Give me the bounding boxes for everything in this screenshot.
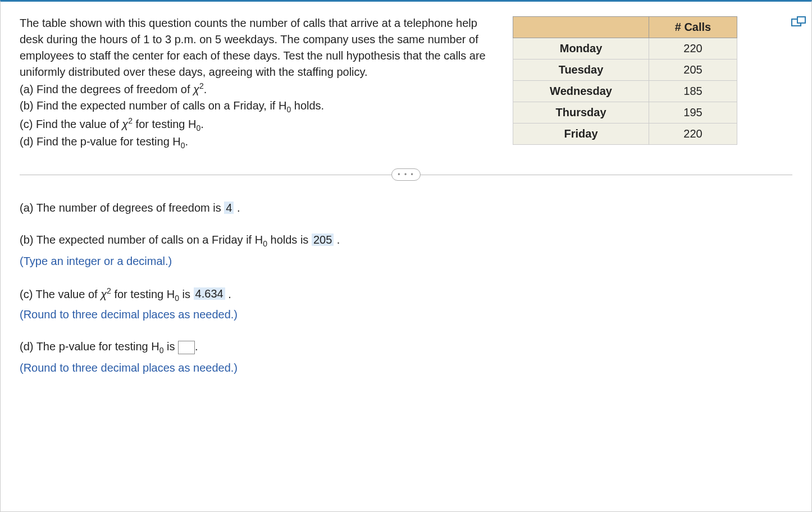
squared-superscript: 2 xyxy=(199,81,204,90)
answer-b-post: . xyxy=(334,234,340,246)
answer-d-pre: (d) The p-value for testing H xyxy=(20,340,159,353)
part-c-post: . xyxy=(200,118,204,130)
table-row: Friday 220 xyxy=(513,124,737,145)
popout-icon[interactable] xyxy=(791,19,801,26)
question-part-a: (a) Find the degrees of freedom of χ2. xyxy=(20,80,503,98)
question-part-c: (c) Find the value of χ2 for testing H0. xyxy=(20,115,503,134)
answer-a: (a) The number of degrees of freedom is … xyxy=(20,200,792,216)
answer-b-value[interactable]: 205 xyxy=(312,234,334,246)
calls-cell: 220 xyxy=(649,124,737,145)
calls-cell: 195 xyxy=(649,102,737,124)
answer-a-pre: (a) The number of degrees of freedom is xyxy=(20,202,224,214)
part-a-text: (a) Find the degrees of freedom of xyxy=(20,83,193,95)
day-cell: Monday xyxy=(513,38,649,60)
subscript-zero: 0 xyxy=(181,141,185,150)
squared-superscript: 2 xyxy=(107,286,111,295)
answer-c-post: . xyxy=(225,287,231,300)
calls-cell: 185 xyxy=(649,81,737,102)
calls-table: # Calls Monday 220 Tuesday 205 Wednesday… xyxy=(513,16,737,145)
answer-d: (d) The p-value for testing H0 is . (Rou… xyxy=(20,339,792,376)
chi-symbol: χ xyxy=(193,83,199,95)
day-cell: Tuesday xyxy=(513,60,649,81)
question-intro: The table shown with this question count… xyxy=(20,15,503,80)
calls-cell: 205 xyxy=(649,60,737,81)
part-a-tail: . xyxy=(204,83,207,95)
question-part-b: (b) Find the expected number of calls on… xyxy=(20,98,503,115)
table-row: Tuesday 205 xyxy=(513,60,737,81)
calls-cell: 220 xyxy=(649,38,737,60)
part-c-pre: (c) Find the value of xyxy=(20,118,122,130)
table-row: Monday 220 xyxy=(513,38,737,60)
answer-a-post: . xyxy=(234,202,240,214)
answer-d-post: . xyxy=(195,340,198,353)
answer-c-mid: for testing H xyxy=(111,287,175,300)
subscript-zero: 0 xyxy=(175,293,179,302)
part-d-pre: (d) Find the p-value for testing H xyxy=(20,135,181,148)
day-cell: Friday xyxy=(513,124,649,145)
table-row: Wednesday 185 xyxy=(513,81,737,102)
question-part-d: (d) Find the p-value for testing H0. xyxy=(20,134,503,151)
squared-superscript: 2 xyxy=(128,116,133,125)
part-d-post: . xyxy=(185,135,189,148)
answer-d-mid: is xyxy=(163,340,178,353)
part-b-post: holds. xyxy=(291,99,324,112)
answer-a-value[interactable]: 4 xyxy=(224,202,234,214)
answer-c: (c) The value of χ2 for testing H0 is 4.… xyxy=(20,285,792,323)
part-c-mid: for testing H xyxy=(133,118,196,130)
answer-d-input[interactable] xyxy=(178,341,195,354)
question-header-row: The table shown with this question count… xyxy=(20,15,792,151)
table-header-row: # Calls xyxy=(513,17,737,38)
day-cell: Thursday xyxy=(513,102,649,124)
answer-b: (b) The expected number of calls on a Fr… xyxy=(20,232,792,269)
answer-b-mid: holds is xyxy=(267,234,312,246)
table-row: Thursday 195 xyxy=(513,102,737,124)
answer-c-pre: (c) The value of xyxy=(20,287,101,300)
answer-b-pre: (b) The expected number of calls on a Fr… xyxy=(20,234,263,246)
chi-symbol: χ xyxy=(101,287,107,300)
part-b-pre: (b) Find the expected number of calls on… xyxy=(20,99,286,112)
answer-c-hint: (Round to three decimal places as needed… xyxy=(20,307,792,323)
table-header-calls: # Calls xyxy=(649,17,737,38)
day-cell: Wednesday xyxy=(513,81,649,102)
expand-button[interactable]: • • • xyxy=(391,168,421,181)
chi-symbol: χ xyxy=(122,118,128,130)
answer-c-value[interactable]: 4.634 xyxy=(194,287,225,300)
subscript-zero: 0 xyxy=(263,239,267,248)
answers-block: (a) The number of degrees of freedom is … xyxy=(20,200,792,376)
section-divider: • • • xyxy=(20,175,792,175)
ellipsis-icon: • • • xyxy=(398,170,414,180)
answer-c-mid2: is xyxy=(179,287,194,300)
table-header-blank xyxy=(513,17,649,38)
answer-b-hint: (Type an integer or a decimal.) xyxy=(20,253,792,269)
answer-d-hint: (Round to three decimal places as needed… xyxy=(20,360,792,376)
question-text-block: The table shown with this question count… xyxy=(20,15,503,151)
